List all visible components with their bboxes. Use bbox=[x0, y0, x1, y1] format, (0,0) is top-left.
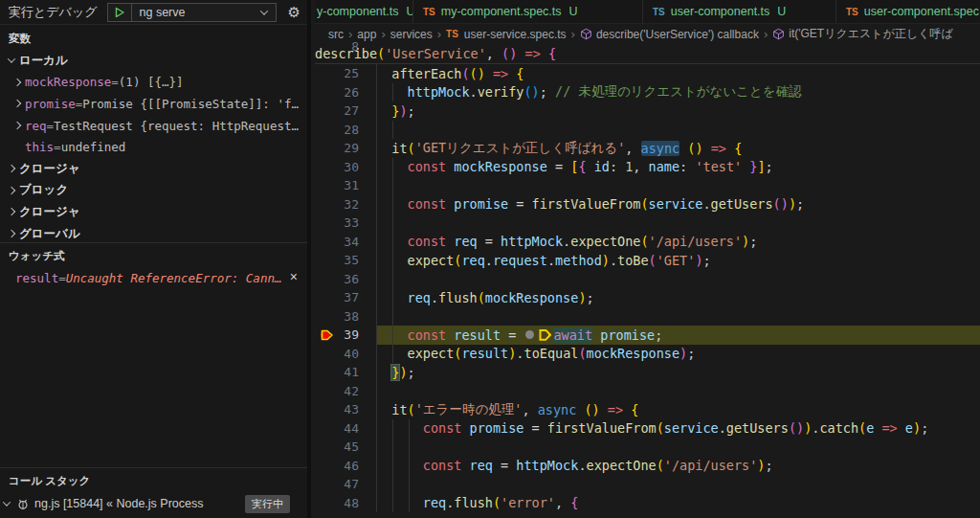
variable-row[interactable]: mockResponse = (1) [{…}] bbox=[0, 72, 307, 94]
scope-row[interactable]: クロージャ bbox=[0, 158, 307, 180]
code-area[interactable]: 25 afterEach(() => {26 httpMock.verify()… bbox=[315, 64, 980, 512]
code-line[interactable]: 47 bbox=[315, 475, 980, 494]
code-line[interactable]: 28 bbox=[315, 121, 980, 140]
chevron-right-icon[interactable] bbox=[4, 231, 19, 236]
breadcrumb-item[interactable]: services bbox=[390, 28, 433, 41]
variable-row[interactable]: promise = Promise {[[PromiseState]]: 'f… bbox=[0, 93, 307, 115]
scope-row[interactable]: クロージャ bbox=[0, 201, 307, 223]
line-gutter[interactable]: 25 bbox=[315, 64, 376, 83]
code-token: ( bbox=[657, 420, 664, 436]
line-gutter[interactable]: 35 bbox=[315, 251, 376, 270]
indent-guide bbox=[392, 457, 393, 476]
line-gutter[interactable]: 44 bbox=[315, 419, 376, 439]
chevron-down-icon bbox=[259, 7, 267, 14]
scope-row[interactable]: ローカル bbox=[0, 50, 307, 72]
sticky-scroll-line[interactable]: 8describe('UserService', () => { bbox=[315, 44, 980, 64]
editor-tab[interactable]: TSmy-component.spec.tsU bbox=[413, 0, 643, 23]
line-gutter[interactable]: 47 bbox=[315, 475, 376, 494]
code-token: request bbox=[493, 253, 547, 268]
scope-row[interactable]: ブロック bbox=[0, 180, 307, 202]
line-gutter[interactable]: 30 bbox=[315, 158, 376, 177]
line-gutter[interactable]: 37 bbox=[315, 288, 376, 307]
code-line[interactable]: 48 req.flush('error', { bbox=[315, 494, 980, 513]
code-line[interactable]: 35 expect(req.request.method).toBe('GET'… bbox=[315, 251, 980, 270]
line-content: httpMock.verify(); // 未処理のリクエストがないことを確認 bbox=[376, 83, 980, 102]
line-gutter[interactable]: 45 bbox=[315, 438, 376, 457]
breadcrumb-item[interactable]: it('GETリクエストが正しく呼ば bbox=[772, 26, 953, 42]
code-line[interactable]: 46 const req = httpMock.expectOne('/api/… bbox=[315, 457, 980, 476]
line-gutter[interactable]: 48 bbox=[315, 494, 376, 513]
code-token: toBe bbox=[617, 253, 649, 268]
code-line[interactable]: 36 bbox=[315, 270, 980, 289]
chevron-right-icon[interactable] bbox=[10, 101, 25, 106]
code-line[interactable]: 31 bbox=[315, 176, 980, 195]
code-line[interactable]: 25 afterEach(() => { bbox=[315, 64, 980, 83]
chevron-right-icon[interactable] bbox=[10, 123, 25, 128]
chevron-right-icon[interactable] bbox=[10, 79, 25, 85]
code-line[interactable]: 33 bbox=[315, 214, 980, 233]
breadcrumb-item[interactable]: app bbox=[357, 28, 376, 41]
line-gutter[interactable]: 27 bbox=[315, 101, 376, 121]
chevron-right-icon[interactable] bbox=[4, 166, 19, 171]
editor-tab[interactable]: y-component.tsU bbox=[315, 0, 413, 23]
chevron-right-icon[interactable] bbox=[4, 209, 19, 214]
indent-guide bbox=[392, 307, 393, 327]
scope-name: ブロック bbox=[19, 182, 68, 198]
code-line[interactable]: 29 it('GETリクエストが正しく呼ばれる', async () => { bbox=[315, 139, 980, 158]
breadcrumb-item[interactable]: describe('UserService') callback bbox=[580, 28, 759, 41]
scope-row[interactable]: グローバル bbox=[0, 223, 307, 245]
code-line[interactable]: 30 const mockResponse = [{ id: 1, name: … bbox=[315, 158, 980, 177]
chevron-right-icon[interactable] bbox=[4, 188, 19, 193]
line-gutter[interactable]: 31 bbox=[315, 176, 376, 195]
line-gutter[interactable]: 40 bbox=[315, 345, 376, 364]
code-line[interactable]: 27 }); bbox=[315, 101, 980, 121]
code-line[interactable]: 38 bbox=[315, 307, 980, 327]
breadcrumb-item[interactable]: TSuser-service.spec.ts bbox=[446, 28, 566, 41]
line-gutter[interactable]: 38 bbox=[315, 307, 376, 327]
line-gutter[interactable]: 34 bbox=[315, 233, 376, 252]
callstack-session-row[interactable]: ng.js [15844] « Node.js Process 実行中 bbox=[0, 492, 307, 515]
code-line[interactable]: 34 const req = httpMock.expectOne('/api/… bbox=[315, 233, 980, 252]
code-token: promise bbox=[600, 327, 655, 343]
code-line[interactable]: 39 const result = await promise; bbox=[315, 326, 980, 345]
remove-watch-icon[interactable]: × bbox=[290, 269, 298, 284]
code-line[interactable]: 32 const promise = firstValueFrom(servic… bbox=[315, 195, 980, 214]
current-frame-breakpoint-icon[interactable] bbox=[320, 328, 335, 345]
launch-config-dropdown[interactable]: ng serve bbox=[132, 4, 276, 21]
line-gutter[interactable]: 43 bbox=[315, 400, 376, 419]
debug-settings-gear-button[interactable]: ⚙ bbox=[288, 4, 301, 21]
code-line[interactable]: 42 bbox=[315, 382, 980, 401]
code-line[interactable]: 45 bbox=[315, 438, 980, 457]
line-number: 35 bbox=[344, 253, 359, 267]
indent-guide bbox=[376, 64, 377, 83]
watch-expression-row[interactable]: result = Uncaught ReferenceError: Cann…× bbox=[0, 267, 307, 289]
code-line[interactable]: 37 req.flush(mockResponse); bbox=[315, 288, 980, 307]
line-content bbox=[376, 121, 980, 140]
variable-row[interactable]: this = undefined bbox=[0, 136, 307, 158]
line-number: 25 bbox=[344, 66, 359, 80]
editor-tab[interactable]: TSuser-component.spec.tsU bbox=[836, 0, 980, 23]
variable-row[interactable]: req = TestRequest {request: HttpRequest… bbox=[0, 115, 307, 137]
line-gutter[interactable]: 41 bbox=[315, 363, 376, 382]
line-gutter[interactable]: 28 bbox=[315, 121, 376, 140]
line-gutter[interactable]: 46 bbox=[315, 457, 376, 476]
line-gutter[interactable]: 42 bbox=[315, 382, 376, 401]
line-content: req.flush(mockResponse); bbox=[376, 288, 980, 307]
line-gutter[interactable]: 32 bbox=[315, 195, 376, 214]
line-gutter[interactable]: 39 bbox=[315, 326, 376, 345]
chevron-down-icon[interactable] bbox=[4, 57, 19, 63]
code-line[interactable]: 44 const promise = firstValueFrom(servic… bbox=[315, 419, 980, 439]
line-gutter[interactable]: 36 bbox=[315, 270, 376, 289]
code-token: expectOne bbox=[587, 458, 657, 473]
line-gutter[interactable]: 29 bbox=[315, 139, 376, 158]
line-gutter[interactable]: 33 bbox=[315, 214, 376, 233]
code-line[interactable]: 26 httpMock.verify(); // 未処理のリクエストがないことを… bbox=[315, 83, 980, 102]
code-token: => bbox=[874, 420, 905, 436]
code-line[interactable]: 40 expect(result).toEqual(mockResponse); bbox=[315, 345, 980, 364]
start-debug-button[interactable] bbox=[108, 4, 132, 21]
breadcrumb-item[interactable]: src bbox=[328, 28, 344, 41]
line-gutter[interactable]: 26 bbox=[315, 83, 376, 102]
code-line[interactable]: 41 }); bbox=[315, 363, 980, 382]
editor-tab[interactable]: TSuser-component.tsU bbox=[643, 0, 836, 23]
code-line[interactable]: 43 it('エラー時の処理', async () => { bbox=[315, 400, 980, 419]
